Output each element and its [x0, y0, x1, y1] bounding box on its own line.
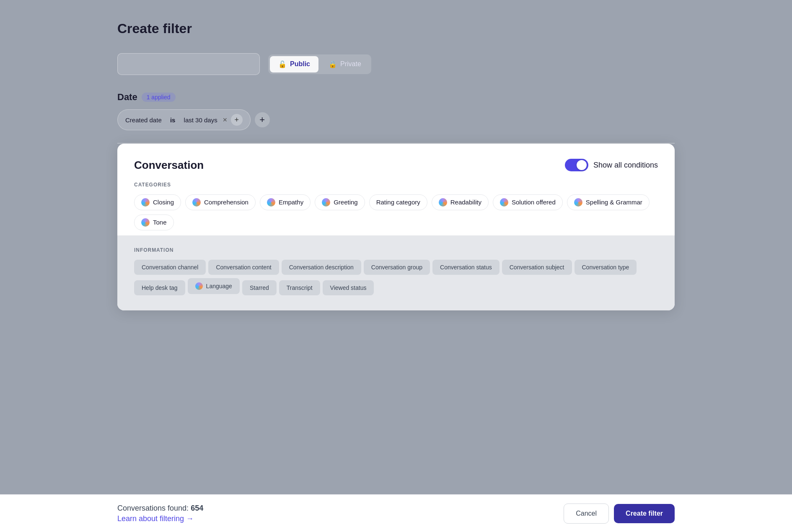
pill-value: last 30 days	[184, 116, 217, 124]
cancel-button[interactable]: Cancel	[564, 504, 609, 524]
category-tag-1[interactable]: Comprehension	[185, 194, 256, 210]
info-label-9: Starred	[250, 284, 269, 291]
info-tag-7[interactable]: Help desk tag	[134, 280, 185, 295]
category-tag-7[interactable]: Spelling & Grammar	[567, 194, 650, 210]
pill-remove-icon[interactable]: ✕	[223, 116, 228, 123]
bottom-bar: Conversations found: 654 Learn about fil…	[0, 494, 792, 532]
bottom-actions: Cancel Create filter	[564, 504, 675, 524]
info-tag-2[interactable]: Conversation description	[282, 260, 361, 275]
category-label-5: Readability	[450, 199, 481, 206]
pill-separator2	[179, 116, 180, 124]
filter-pill-row: Created date is last 30 days ✕ + +	[117, 109, 675, 130]
info-tag-0[interactable]: Conversation channel	[134, 260, 206, 275]
category-icon-7	[574, 198, 582, 207]
information-tags-row: Conversation channelConversation content…	[134, 260, 658, 299]
info-tag-11[interactable]: Viewed status	[323, 280, 374, 295]
public-button[interactable]: 🔓 Public	[270, 56, 318, 72]
category-label-2: Empathy	[279, 199, 303, 206]
date-section: Date 1 applied Created date is last 30 d…	[117, 92, 675, 130]
info-label-6: Conversation type	[582, 264, 629, 271]
toggle-knob	[577, 160, 587, 170]
info-label-5: Conversation subject	[510, 264, 564, 271]
conversations-found-label: Conversations found:	[117, 504, 189, 512]
info-label-1: Conversation content	[216, 264, 271, 271]
categories-tags-row: ClosingComprehensionEmpathyGreetingRatin…	[134, 194, 658, 230]
pill-expand-icon[interactable]: +	[231, 114, 243, 126]
visibility-group: 🔓 Public 🔒 Private	[268, 54, 371, 74]
add-condition-button[interactable]: +	[255, 112, 270, 127]
conversations-found-count: 654	[191, 504, 203, 512]
category-icon-8	[141, 218, 150, 227]
learn-link-label: Learn about filtering →	[117, 514, 194, 523]
date-section-title: Date	[117, 92, 137, 103]
info-tag-8[interactable]: Language	[188, 278, 240, 294]
category-tag-4[interactable]: Rating category	[369, 194, 427, 210]
info-label-2: Conversation description	[289, 264, 354, 271]
category-label-4: Rating category	[376, 199, 420, 206]
category-icon-2	[267, 198, 275, 207]
category-label-8: Tone	[153, 219, 167, 226]
filter-name-row: 🔓 Public 🔒 Private	[117, 53, 675, 75]
info-label-8: Language	[206, 283, 232, 289]
category-tag-3[interactable]: Greeting	[315, 194, 365, 210]
info-tag-5[interactable]: Conversation subject	[502, 260, 572, 275]
private-button[interactable]: 🔒 Private	[320, 56, 370, 72]
category-tag-5[interactable]: Readability	[432, 194, 489, 210]
conversations-found: Conversations found: 654	[117, 504, 203, 513]
category-icon-6	[500, 198, 508, 207]
info-tag-4[interactable]: Conversation status	[432, 260, 500, 275]
info-label-11: Viewed status	[330, 284, 367, 291]
info-label-0: Conversation channel	[142, 264, 198, 271]
info-label-4: Conversation status	[440, 264, 492, 271]
category-tag-2[interactable]: Empathy	[260, 194, 311, 210]
lock-closed-icon: 🔒	[329, 60, 337, 68]
pill-separator	[165, 116, 167, 124]
category-tag-6[interactable]: Solution offered	[493, 194, 563, 210]
category-icon-3	[322, 198, 330, 207]
create-filter-button[interactable]: Create filter	[614, 504, 675, 523]
category-icon-0	[141, 198, 150, 207]
public-label: Public	[290, 60, 310, 68]
info-label-10: Transcript	[287, 284, 313, 291]
info-tag-10[interactable]: Transcript	[279, 280, 320, 295]
information-section: INFORMATION Conversation channelConversa…	[117, 235, 675, 310]
info-icon-8	[195, 282, 203, 290]
page-title: Create filter	[117, 21, 675, 36]
pill-operator: is	[170, 116, 176, 124]
filter-name-input[interactable]	[117, 53, 260, 75]
applied-badge: 1 applied	[142, 93, 176, 102]
show-all-conditions-row: Show all conditions	[565, 159, 658, 171]
category-icon-1	[192, 198, 201, 207]
date-heading: Date 1 applied	[117, 92, 675, 103]
info-label-3: Conversation group	[371, 264, 422, 271]
learn-filtering-link[interactable]: Learn about filtering →	[117, 514, 203, 523]
bottom-left: Conversations found: 654 Learn about fil…	[117, 504, 203, 523]
category-label-1: Comprehension	[204, 199, 248, 206]
category-label-0: Closing	[153, 199, 174, 206]
info-tag-1[interactable]: Conversation content	[208, 260, 279, 275]
category-label-7: Spelling & Grammar	[586, 199, 642, 206]
date-filter-pill[interactable]: Created date is last 30 days ✕ +	[117, 109, 251, 130]
conversation-header: Conversation Show all conditions	[134, 159, 658, 172]
info-tag-9[interactable]: Starred	[242, 280, 277, 295]
category-tag-8[interactable]: Tone	[134, 214, 174, 230]
show-all-toggle[interactable]	[565, 159, 588, 171]
main-content: Create filter 🔓 Public 🔒 Private Date 1 …	[0, 0, 792, 532]
info-tag-6[interactable]: Conversation type	[575, 260, 637, 275]
categories-label: CATEGORIES	[134, 182, 658, 188]
lock-open-icon: 🔓	[278, 60, 287, 68]
info-label-7: Help desk tag	[142, 284, 178, 291]
conversation-panel-title: Conversation	[134, 159, 204, 172]
show-all-label: Show all conditions	[593, 161, 658, 170]
category-label-3: Greeting	[334, 199, 358, 206]
information-label: INFORMATION	[134, 247, 658, 253]
info-tag-3[interactable]: Conversation group	[364, 260, 430, 275]
category-tag-0[interactable]: Closing	[134, 194, 181, 210]
category-label-6: Solution offered	[512, 199, 556, 206]
category-icon-5	[439, 198, 447, 207]
pill-field: Created date	[125, 116, 162, 124]
private-label: Private	[340, 60, 361, 68]
conversation-panel: Conversation Show all conditions CATEGOR…	[117, 144, 675, 310]
